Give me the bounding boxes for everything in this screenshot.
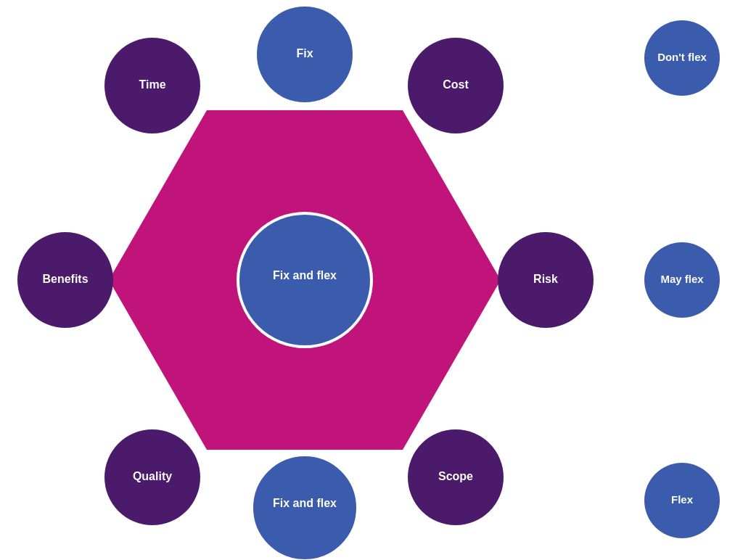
main-canvas: Don't flex May flex Flex Time Fix Cost B…	[0, 0, 743, 560]
cost-label: Cost	[443, 78, 469, 91]
scope-label: Scope	[438, 470, 473, 482]
fix-flex-bottom-label: Fix and flex	[273, 497, 337, 509]
center-label: Fix and flex	[273, 269, 337, 281]
may-flex-label: May flex	[660, 273, 704, 285]
time-label: Time	[139, 78, 165, 91]
benefits-label: Benefits	[42, 273, 88, 285]
quality-label: Quality	[133, 470, 172, 482]
diagram: Don't flex May flex Flex Time Fix Cost B…	[0, 0, 743, 560]
dont-flex-label: Don't flex	[657, 51, 707, 63]
fix-top-label: Fix	[296, 47, 313, 59]
flex-label: Flex	[671, 493, 694, 506]
risk-label: Risk	[533, 273, 558, 285]
